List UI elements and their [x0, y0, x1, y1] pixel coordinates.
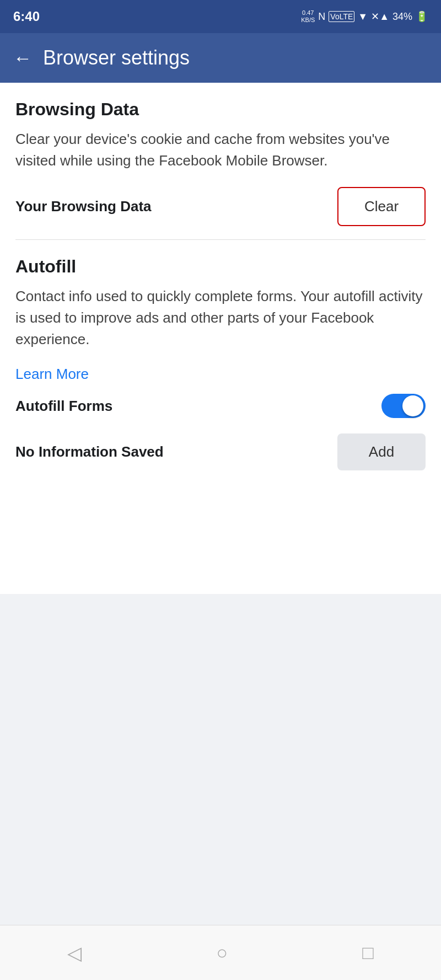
browsing-data-row: Your Browsing Data Clear: [15, 187, 426, 226]
add-button[interactable]: Add: [337, 433, 426, 470]
toggle-thumb: [402, 395, 423, 416]
autofill-desc: Contact info used to quickly complete fo…: [15, 286, 426, 350]
signal-icon: ✕▲: [371, 10, 389, 23]
volte-icon: VoLTE: [329, 11, 354, 22]
nfc-icon: N: [318, 11, 325, 23]
autofill-title: Autofill: [15, 256, 426, 277]
autofill-forms-row: Autofill Forms: [15, 394, 426, 418]
no-info-label: No Information Saved: [15, 443, 164, 460]
bottom-nav: ◁ ○ □: [0, 925, 441, 980]
status-icons: 0.47 KB/S N VoLTE ▼ ✕▲ 34% 🔋: [301, 9, 428, 24]
network-speed: 0.47 KB/S: [301, 9, 315, 24]
learn-more-link[interactable]: Learn More: [15, 366, 426, 383]
back-button[interactable]: ←: [13, 49, 32, 67]
app-bar: ← Browser settings: [0, 33, 441, 83]
autofill-toggle[interactable]: [381, 394, 426, 418]
empty-space: [0, 594, 441, 925]
main-content: Browsing Data Clear your device's cookie…: [0, 83, 441, 594]
no-info-row: No Information Saved Add: [15, 433, 426, 470]
page-title: Browser settings: [43, 46, 190, 69]
browsing-data-label: Your Browsing Data: [15, 198, 152, 215]
battery-icon: 🔋: [416, 10, 428, 23]
status-bar: 6:40 0.47 KB/S N VoLTE ▼ ✕▲ 34% 🔋: [0, 0, 441, 33]
battery-label: 34%: [392, 11, 412, 23]
nav-recent-icon[interactable]: □: [362, 942, 374, 963]
autofill-forms-label: Autofill Forms: [15, 398, 112, 415]
section-divider: [15, 239, 426, 240]
browsing-data-title: Browsing Data: [15, 99, 426, 120]
status-time: 6:40: [13, 9, 40, 24]
browsing-data-desc: Clear your device's cookie and cache fro…: [15, 128, 426, 172]
autofill-section: Autofill Contact info used to quickly co…: [15, 253, 426, 470]
nav-back-icon[interactable]: ◁: [67, 942, 82, 964]
wifi-icon: ▼: [358, 11, 368, 23]
clear-button[interactable]: Clear: [337, 187, 426, 226]
nav-home-icon[interactable]: ○: [216, 942, 228, 963]
